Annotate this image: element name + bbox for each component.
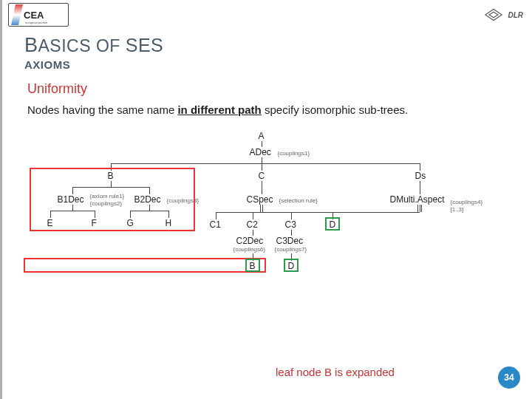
node-CSpec: CSpec <box>247 194 273 205</box>
node-ADec: ADec <box>250 147 271 157</box>
dlr-logo-text: DLR <box>508 11 523 19</box>
body-text: Nodes having the same name in different … <box>27 103 510 117</box>
dlr-logo: DLR <box>482 6 523 24</box>
page-title: BASICS OF SES <box>24 34 532 57</box>
node-C2Dec: C2Dec <box>236 236 264 246</box>
page-subtitle: AXIOMS <box>24 58 532 71</box>
highlight-D <box>325 217 340 231</box>
node-DMultiAspect: DMulti.Aspect <box>390 194 445 205</box>
highlight-B-leaf <box>245 259 260 272</box>
node-C: C <box>259 171 265 181</box>
ann-range: [1..3] <box>451 206 464 213</box>
ann-couplings1: {couplings1} <box>278 150 310 157</box>
node-C1: C1 <box>210 219 221 230</box>
section-title: Uniformity <box>27 81 510 97</box>
ann-couplings6: {couplings6} <box>233 246 266 253</box>
content-section: Uniformity Nodes having the same name in… <box>2 71 532 308</box>
highlight-expansion-link <box>24 258 266 273</box>
ann-couplings4: {couplings4} <box>451 199 483 205</box>
highlight-D-leaf <box>284 259 299 272</box>
title-block: BASICS OF SES AXIOMS <box>2 28 532 71</box>
node-Ds: Ds <box>415 171 426 181</box>
tree-diagram: A ADec {couplings1} B C Ds B1Dec {axiom … <box>40 131 498 308</box>
page-number: 34 <box>498 366 520 389</box>
cea-logo-text: CEA <box>24 10 44 20</box>
node-C2: C2 <box>247 219 258 230</box>
slide-header: CEA european partner DLR <box>2 0 532 28</box>
dlr-icon <box>482 6 505 24</box>
highlight-B-subtree <box>30 168 195 231</box>
node-C3Dec: C3Dec <box>276 236 304 246</box>
cea-logo: CEA european partner <box>8 3 69 27</box>
ann-selection-rule: {selection rule} <box>279 197 318 204</box>
node-A: A <box>259 131 265 141</box>
diagram-caption: leaf node B is expanded <box>276 366 395 378</box>
ann-couplings7: {couplings7} <box>275 246 307 253</box>
node-C3: C3 <box>285 219 296 230</box>
